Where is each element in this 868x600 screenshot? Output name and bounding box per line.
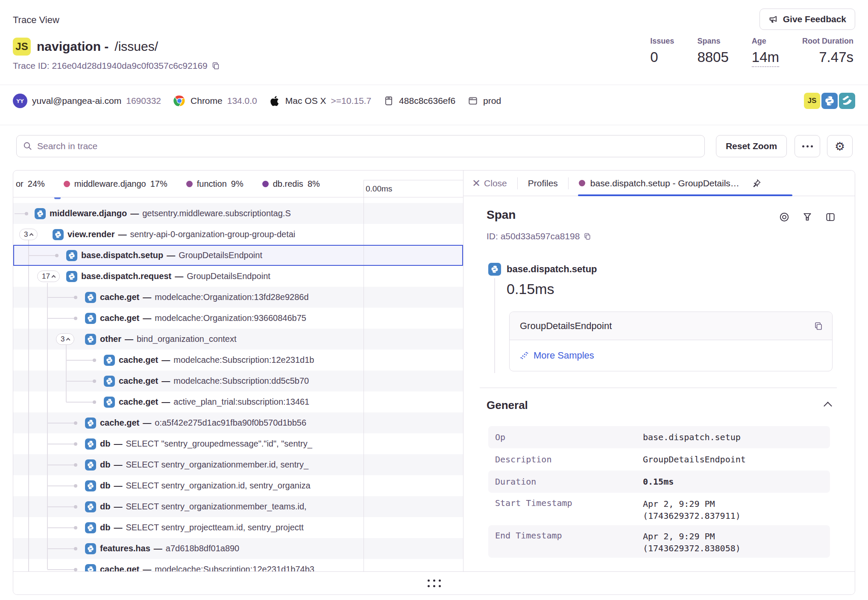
more-options-button[interactable] xyxy=(795,135,820,157)
span-row[interactable]: db—SELECT sentry_projectteam.id, sentry_… xyxy=(13,517,463,538)
pin-icon[interactable] xyxy=(751,178,762,188)
divider xyxy=(0,85,868,85)
span-row[interactable]: cache.get—modelcache:Organization:936608… xyxy=(13,308,463,329)
span-detail-panel: ✕ Close Profiles base.dispatch.setup - G… xyxy=(463,171,855,572)
tab-span-active[interactable]: base.dispatch.setup - GroupDetails… xyxy=(579,178,762,188)
collapse-badge[interactable]: 17 xyxy=(37,271,60,282)
copy-icon[interactable] xyxy=(813,321,824,331)
settings-gear-button[interactable]: ⚙ xyxy=(827,135,853,157)
page-title: JS navigation - /issues/ xyxy=(13,38,158,56)
stat-spans: Spans 8805 xyxy=(697,37,728,67)
tree-rail xyxy=(47,283,48,569)
trace-view-panel: or 24% middleware.django 17% function 9%… xyxy=(13,170,855,595)
span-row[interactable]: cache.get—modelcache:Subscription:dd5c5b… xyxy=(13,371,463,391)
span-row-selected[interactable]: base.dispatch.setup—GroupDetailsEndpoint xyxy=(13,245,463,266)
detail-tabs: ✕ Close Profiles base.dispatch.setup - G… xyxy=(463,171,855,196)
device-chip: 488c8c636ef6 xyxy=(383,95,455,106)
chevron-up-icon xyxy=(51,275,56,279)
chevron-up-icon[interactable] xyxy=(824,402,832,410)
browser-version: 134.0.0 xyxy=(227,96,257,106)
os-version: >=10.15.7 xyxy=(331,96,372,106)
split-panel-icon[interactable] xyxy=(825,212,836,223)
python-icon xyxy=(85,480,96,491)
python-icon xyxy=(85,292,96,303)
trace-id: Trace ID: 216e04d28d1940da9c0f0357c6c921… xyxy=(13,61,220,71)
span-row[interactable]: features.has—a7d618b8df01a890 xyxy=(13,538,463,559)
user-chip[interactable]: YY yuval@pangea-ai.com 1690332 xyxy=(13,94,161,108)
python-icon xyxy=(85,543,96,554)
trace-stats: Issues 0 Spans 8805 Age 14m Root Duratio… xyxy=(650,37,853,67)
span-row[interactable]: 3 other—bind_organization_context xyxy=(13,329,463,350)
table-row: Start Timestamp Apr 2, 9:29 PM(174362937… xyxy=(488,493,830,525)
search-input[interactable] xyxy=(37,141,698,151)
copy-icon[interactable] xyxy=(211,61,220,71)
span-tree[interactable]: middleware.django—getsentry.middleware.s… xyxy=(13,197,463,572)
table-row: Duration 0.15ms xyxy=(488,471,830,493)
user-email: yuval@pangea-ai.com xyxy=(32,96,121,106)
window-icon xyxy=(467,95,478,106)
span-row[interactable]: db—SELECT "sentry_groupedmessage"."id", … xyxy=(13,433,463,454)
python-icon xyxy=(104,355,115,366)
python-icon xyxy=(53,229,64,240)
divider xyxy=(480,388,837,388)
search-bar[interactable] xyxy=(16,135,705,157)
trace-meta-row: YY yuval@pangea-ai.com 1690332 Chrome 13… xyxy=(13,92,855,109)
span-row[interactable]: db—SELECT sentry_organization.id, sentry… xyxy=(13,475,463,496)
breadcrumb: Trace View xyxy=(13,15,59,26)
sample-name-row: GroupDetailsEndpoint xyxy=(510,312,832,340)
span-row[interactable]: cache.get—modelcache:Subscription:12e231… xyxy=(13,559,463,572)
transaction-path: /issues/ xyxy=(114,39,158,54)
divider xyxy=(568,177,569,189)
python-icon xyxy=(66,250,77,261)
span-row[interactable]: cache.get—active_plan_trial:subscription… xyxy=(13,391,463,412)
timeline-tick-label: 0.00ms xyxy=(364,180,463,197)
os-chip: Mac OS X >=10.15.7 xyxy=(269,95,371,107)
span-op-dot xyxy=(579,180,585,186)
search-icon xyxy=(23,141,33,151)
transaction-name: navigation - xyxy=(37,39,108,54)
legend-dot xyxy=(262,181,269,187)
span-row[interactable]: 17 base.dispatch.request—GroupDetailsEnd… xyxy=(13,266,463,287)
span-bar-sliver xyxy=(54,197,61,199)
project-platform-icons: JS xyxy=(804,93,855,109)
sample-body: More Samples xyxy=(510,340,832,371)
copy-icon[interactable] xyxy=(583,232,592,241)
user-id: 1690332 xyxy=(126,96,161,106)
focus-target-icon[interactable] xyxy=(779,212,790,223)
python-icon xyxy=(85,501,96,512)
span-row[interactable]: cache.get—modelcache:Organization:13fd28… xyxy=(13,287,463,308)
python-icon xyxy=(85,313,96,324)
megaphone-icon xyxy=(768,14,779,24)
collapse-badge[interactable]: 3 xyxy=(19,229,38,240)
divider xyxy=(364,180,364,572)
chevron-up-icon xyxy=(29,233,34,237)
javascript-platform-badge: JS xyxy=(13,38,31,56)
give-feedback-button[interactable]: Give Feedback xyxy=(760,9,855,30)
collapse-badge[interactable]: 3 xyxy=(56,333,74,345)
span-heading: Span xyxy=(487,208,516,222)
drag-handle[interactable] xyxy=(428,579,441,587)
span-row[interactable]: cache.get—o:a5f42e275d1ac91fba90f0b570d1… xyxy=(13,412,463,433)
reset-zoom-button[interactable]: Reset Zoom xyxy=(716,135,787,157)
tab-profiles[interactable]: Profiles xyxy=(528,178,558,188)
ops-breakdown-legend: or 24% middleware.django 17% function 9%… xyxy=(13,171,364,197)
python-icon xyxy=(85,334,96,345)
python-icon xyxy=(85,418,96,429)
span-row[interactable]: cache.get—modelcache:Subscription:12e231… xyxy=(13,350,463,371)
python-icon xyxy=(85,522,96,533)
os-name: Mac OS X xyxy=(285,96,326,106)
span-row[interactable]: db—SELECT sentry_organizationmember.id, … xyxy=(13,454,463,475)
span-row[interactable]: db—SELECT sentry_organizationmember_team… xyxy=(13,496,463,517)
profile-samples-icon xyxy=(520,351,529,360)
guide-line xyxy=(494,278,495,373)
zoom-to-span-icon[interactable] xyxy=(802,212,813,223)
python-icon xyxy=(85,438,96,450)
general-table: Op base.dispatch.setup Description Group… xyxy=(488,426,830,558)
close-tab-button[interactable]: ✕ Close xyxy=(472,178,507,188)
span-row[interactable]: middleware.django—getsentry.middleware.s… xyxy=(13,203,463,224)
javascript-icon: JS xyxy=(804,93,820,109)
browser-chip: Chrome 134.0.0 xyxy=(173,94,257,107)
apple-icon xyxy=(269,95,281,107)
span-row[interactable]: 3 view.render—sentry-api-0-organization-… xyxy=(13,224,463,245)
more-samples-link[interactable]: More Samples xyxy=(520,350,594,361)
